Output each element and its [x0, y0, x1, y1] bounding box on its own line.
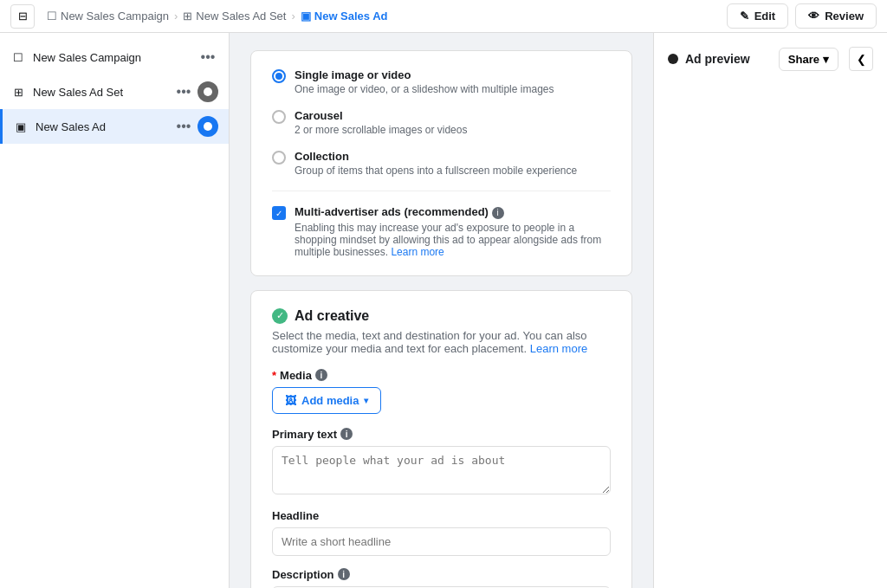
media-label-text: Media: [280, 369, 312, 382]
primary-text-input[interactable]: [272, 446, 611, 494]
media-field-label: * Media i: [272, 369, 611, 382]
content-area: Single image or video One image or video…: [230, 33, 653, 588]
share-chevron-icon: ▾: [823, 53, 829, 66]
description-label-text: Description: [272, 568, 334, 581]
format-single-text: Single image or video One image or video…: [295, 68, 554, 95]
panel-collapse-button[interactable]: ❮: [849, 47, 873, 71]
media-required-star: *: [272, 369, 276, 382]
panel-collapse-icon: ❮: [857, 53, 866, 66]
sidebar: ☐ New Sales Campaign ••• ⊞ New Sales Ad …: [0, 33, 230, 588]
primary-text-info-icon[interactable]: i: [340, 428, 353, 440]
format-carousel-title: Carousel: [295, 109, 467, 122]
primary-text-label-text: Primary text: [272, 428, 337, 441]
ad-creative-card: ✓ Ad creative Select the media, text and…: [250, 290, 632, 589]
ad-preview-header: Ad preview Share ▾ ❮: [668, 47, 873, 71]
sidebar-item-adset[interactable]: ⊞ New Sales Ad Set •••: [0, 74, 229, 109]
breadcrumb-sep-1: ›: [174, 10, 178, 23]
format-collection-option[interactable]: Collection Group of items that opens int…: [272, 150, 611, 177]
topbar-actions: ✎ Edit 👁 Review: [727, 3, 877, 29]
adset-nav-icon: ⊞: [10, 84, 26, 100]
format-single-radio[interactable]: [272, 69, 286, 83]
adset-toggle-button[interactable]: [197, 81, 218, 102]
multi-advertiser-desc: Enabling this may increase your ad's exp…: [295, 222, 611, 258]
campaign-actions: •••: [197, 47, 218, 68]
headline-label: Headline: [272, 509, 611, 522]
right-panel: Ad preview Share ▾ ❮: [653, 33, 887, 588]
format-single-desc: One image or video, or a slideshow with …: [295, 83, 554, 95]
adset-toggle-inner: [204, 87, 212, 96]
ad-icon: ▣: [301, 10, 311, 23]
campaign-more-button[interactable]: •••: [197, 47, 218, 68]
media-info-icon[interactable]: i: [315, 369, 327, 381]
checkmark-icon: ✓: [275, 209, 282, 218]
sidebar-item-ad[interactable]: ▣ New Sales Ad •••: [0, 109, 229, 144]
breadcrumb-ad-label: New Sales Ad: [314, 10, 388, 23]
breadcrumb-adset[interactable]: ⊞ New Sales Ad Set: [183, 10, 286, 23]
breadcrumb-campaign-label: New Sales Campaign: [61, 10, 169, 23]
ad-actions: •••: [173, 116, 218, 137]
ad-creative-status-icon: ✓: [272, 308, 288, 324]
multi-advertiser-label-text: Multi-advertiser ads (recommended): [295, 205, 489, 218]
sidebar-toggle-button[interactable]: ⊟: [10, 4, 35, 29]
edit-label: Edit: [754, 10, 776, 23]
multi-advertiser-desc-text: Enabling this may increase your ad's exp…: [295, 222, 601, 258]
review-icon: 👁: [808, 10, 819, 23]
ad-toggle-inner: [204, 122, 212, 131]
breadcrumb-campaign[interactable]: ☐ New Sales Campaign: [47, 10, 169, 23]
format-collection-desc: Group of items that opens into a fullscr…: [295, 165, 577, 177]
campaign-icon: ☐: [47, 10, 57, 23]
multi-advertiser-row[interactable]: ✓ Multi-advertiser ads (recommended) i E…: [272, 191, 611, 258]
share-button[interactable]: Share ▾: [779, 48, 838, 71]
multi-advertiser-checkbox[interactable]: ✓: [272, 206, 286, 220]
ad-creative-subtitle: Select the media, text and destination f…: [272, 329, 611, 355]
description-info-icon[interactable]: i: [338, 568, 350, 580]
ad-creative-learn-more[interactable]: Learn more: [530, 342, 587, 355]
format-carousel-desc: 2 or more scrollable images or videos: [295, 124, 467, 136]
format-single-option[interactable]: Single image or video One image or video…: [272, 68, 611, 95]
format-carousel-option[interactable]: Carousel 2 or more scrollable images or …: [272, 109, 611, 136]
format-collection-text: Collection Group of items that opens int…: [295, 150, 577, 177]
ad-creative-title: Ad creative: [295, 308, 369, 324]
sidebar-toggle-icon: ⊟: [18, 10, 28, 23]
multi-advertiser-learn-more[interactable]: Learn more: [391, 246, 444, 258]
adset-more-button[interactable]: •••: [173, 81, 194, 102]
format-carousel-radio[interactable]: [272, 110, 286, 124]
ad-creative-header: ✓ Ad creative: [272, 308, 611, 324]
ad-nav-label: New Sales Ad: [36, 120, 166, 133]
primary-text-label: Primary text i: [272, 428, 611, 441]
ad-preview-title: Ad preview: [685, 52, 772, 66]
adset-actions: •••: [173, 81, 218, 102]
breadcrumb-adset-label: New Sales Ad Set: [196, 10, 286, 23]
add-media-image-icon: 🖼: [285, 394, 296, 407]
add-media-button[interactable]: 🖼 Add media ▾: [272, 387, 381, 414]
breadcrumb-sep-2: ›: [291, 10, 295, 23]
ad-toggle-button[interactable]: [197, 116, 218, 137]
format-single-title: Single image or video: [295, 68, 554, 81]
format-collection-title: Collection: [295, 150, 577, 163]
ad-more-button[interactable]: •••: [173, 116, 194, 137]
main-layout: ☐ New Sales Campaign ••• ⊞ New Sales Ad …: [0, 33, 887, 588]
format-carousel-text: Carousel 2 or more scrollable images or …: [295, 109, 467, 136]
adset-nav-label: New Sales Ad Set: [33, 86, 166, 99]
sidebar-item-campaign[interactable]: ☐ New Sales Campaign •••: [0, 40, 229, 74]
multi-advertiser-info-icon[interactable]: i: [492, 207, 504, 219]
multi-advertiser-text: Multi-advertiser ads (recommended) i Ena…: [295, 205, 611, 258]
format-collection-radio[interactable]: [272, 151, 286, 165]
add-media-label: Add media: [301, 394, 359, 407]
adset-icon: ⊞: [183, 10, 192, 23]
breadcrumb-ad[interactable]: ▣ New Sales Ad: [301, 10, 388, 23]
ad-nav-icon: ▣: [13, 119, 29, 134]
edit-icon: ✎: [740, 10, 749, 23]
share-label: Share: [788, 53, 819, 66]
headline-input[interactable]: [272, 527, 611, 556]
campaign-nav-label: New Sales Campaign: [33, 51, 191, 64]
headline-label-text: Headline: [272, 509, 319, 522]
format-card: Single image or video One image or video…: [250, 50, 632, 276]
description-label: Description i: [272, 568, 611, 581]
breadcrumb-area: ⊟ ☐ New Sales Campaign › ⊞ New Sales Ad …: [10, 4, 727, 29]
edit-button[interactable]: ✎ Edit: [727, 3, 789, 29]
add-media-chevron-icon: ▾: [364, 396, 368, 405]
preview-dot-icon: [668, 54, 678, 64]
review-button[interactable]: 👁 Review: [795, 3, 877, 29]
top-bar: ⊟ ☐ New Sales Campaign › ⊞ New Sales Ad …: [0, 0, 887, 33]
